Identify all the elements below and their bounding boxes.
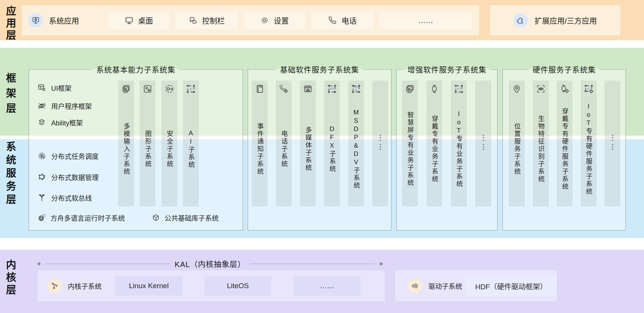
subsystem-column-multimedia: 多媒体子系统 [300, 81, 316, 206]
wearable-hardware-icon [559, 84, 570, 94]
graphics-icon [142, 84, 153, 94]
list-item-distributed-softbus: 分布式软总线 [37, 192, 92, 203]
kal-abstraction-row: KAL（内核抽象层） [38, 258, 382, 269]
vertical-ellipsis [612, 135, 613, 150]
subsystem-columns: 多模输入子系统 图形子系统 安全子系统 AI AI子系统 [118, 81, 199, 206]
title-line [502, 69, 529, 70]
openharmony-architecture-diagram: 应用层 系统应用 桌面 控制栏 设置 电话 …… [0, 0, 644, 313]
subsystem-column-location: 位置服务子系统 [509, 81, 525, 206]
panel-hardware-service: 硬件服务子系统集 位置服务子系统 生物特征识别子系统 穿戴专有硬件服务子系统 I… [502, 69, 626, 231]
iot-icon: IoT [454, 84, 464, 94]
svg-text:DV: DV [355, 90, 358, 92]
column-label: 智慧屏专有业务子系统 [407, 111, 413, 187]
phone-icon [328, 16, 337, 25]
system-service-layer-label: 系统服务层 [5, 141, 15, 207]
title-line [29, 69, 93, 70]
panel-title-row: 系统基本能力子系统集 [29, 64, 243, 75]
application-layer-band: 应用层 系统应用 桌面 控制栏 设置 电话 …… [0, 0, 644, 40]
list-item-label: 公共基础库子系统 [164, 213, 219, 223]
panel-title: 基础软件服务子系统集 [280, 64, 359, 75]
framework-layer-label: 框架层 [5, 73, 15, 118]
subsystem-columns: 智慧屏专有业务子系统 穿戴专有业务子系统 IoT IoT专有业务子系统 [402, 81, 491, 206]
kernel-box-linux: Linux Kernel [115, 276, 183, 296]
biometric-icon [536, 84, 546, 94]
title-line [248, 69, 276, 70]
svg-text:IoT: IoT [587, 87, 590, 90]
kal-label: KAL（内核抽象层） [175, 258, 245, 269]
user-program-framework-icon [37, 101, 46, 110]
list-item-label: 分布式软总线 [51, 193, 92, 203]
subsystem-column-multimodal-input: 多模输入子系统 [118, 81, 134, 206]
list-item-label: 方舟多语言运行时子系统 [50, 213, 125, 223]
title-line [396, 69, 404, 70]
framework-and-system-service-bands: 框架层 系统服务层 系统基本能力子系统集 UI框架 用户程序框架 Ability… [0, 48, 644, 247]
system-app-icon [32, 16, 40, 24]
event-notification-icon [254, 84, 265, 94]
title-line [490, 69, 498, 70]
kal-line [250, 264, 375, 264]
icon-circle [47, 279, 62, 293]
settings-gear-icon [260, 16, 269, 25]
list-item-common-library: 公共基础库子系统 [151, 213, 219, 223]
panel-system-basic-capability: 系统基本能力子系统集 UI框架 用户程序框架 Ability框架 分布式任务调度 [29, 69, 243, 231]
distributed-task-icon [37, 151, 46, 160]
app-item-more: …… [379, 11, 472, 29]
driver-gear-icon [411, 282, 419, 290]
extension-apps-label: 扩展应用/三方应用 [534, 15, 597, 26]
list-item-label: UI框架 [51, 83, 72, 93]
panel-title: 增强软件服务子系统集 [408, 64, 487, 75]
subsystem-column-wearable-hardware: 穿戴专有硬件服务子系统 [557, 81, 572, 206]
kernel-box-liteos: LiteOS [204, 276, 272, 296]
multimodal-input-icon [121, 84, 131, 94]
icon-circle [29, 13, 43, 27]
icon-circle [408, 279, 422, 293]
kernel-layer-label: 内核层 [5, 260, 15, 297]
column-label: MSDP&DV子系统 [353, 109, 359, 189]
kernel-subsystem-panel: 内核子系统 Linux Kernel LiteOS …… [38, 270, 385, 301]
app-item-control-bar: 控制栏 [175, 11, 238, 29]
list-item-label: 分布式任务调度 [51, 151, 99, 161]
title-line [179, 69, 243, 70]
column-label: 安全子系统 [166, 130, 172, 168]
column-label: 图形子系统 [145, 130, 151, 168]
common-library-icon [151, 213, 160, 222]
wearable-icon [429, 84, 440, 94]
kal-line [45, 264, 170, 264]
subsystem-column-ellipsis [372, 81, 388, 206]
subsystem-column-telephony: 电话子系统 [276, 81, 292, 206]
app-item-label: 设置 [274, 15, 289, 26]
app-item-settings: 设置 [244, 11, 306, 29]
distributed-softbus-icon [37, 193, 46, 202]
svg-text:Aa: Aa [43, 215, 46, 217]
column-label: 穿戴专有业务子系统 [431, 115, 438, 183]
subsystem-column-msdp-dv: MSDP&DV MSDP&DV子系统 [348, 81, 364, 206]
subsystem-column-ai: AI AI子系统 [183, 81, 199, 206]
icon-circle [513, 13, 528, 27]
extension-puzzle-icon [516, 16, 525, 24]
panel-title-row: 基础软件服务子系统集 [248, 64, 391, 75]
list-item-ark-runtime: Aa 方舟多语言运行时子系统 [37, 213, 125, 223]
msdp-dv-icon: MSDP&DV [351, 84, 361, 94]
panel-basic-software-service: 基础软件服务子系统集 事件通知子系统 电话子系统 多媒体子系统 DFX [248, 69, 391, 231]
driver-subsystem-label: 驱动子系统 [428, 281, 462, 291]
kernel-box-more: …… [293, 276, 361, 296]
column-label: 电话子系统 [281, 130, 287, 168]
ability-framework-icon [37, 118, 46, 127]
column-label: 位置服务子系统 [514, 123, 520, 176]
smart-screen-icon [405, 84, 415, 94]
kernel-branch-icon [50, 282, 59, 290]
svg-text:AI: AI [190, 87, 192, 91]
list-item-ability-framework: Ability框架 [37, 117, 83, 128]
app-item-desktop: 桌面 [108, 11, 170, 29]
svg-text:IoT: IoT [457, 87, 460, 90]
vertical-ellipsis [483, 135, 484, 150]
list-item-label: 分布式数据管理 [51, 172, 99, 182]
extension-apps-panel: 扩展应用/三方应用 [490, 5, 620, 35]
column-label: DFX子系统 [329, 125, 335, 173]
subsystem-column-ellipsis [604, 81, 620, 206]
desktop-icon [125, 16, 134, 25]
panel-title: 系统基本能力子系统集 [96, 64, 175, 75]
column-label: IoT专有硬件服务子系统 [585, 103, 592, 195]
subsystem-column-wearable: 穿戴专有业务子系统 [426, 81, 442, 206]
list-item-distributed-task: 分布式任务调度 [37, 150, 99, 162]
